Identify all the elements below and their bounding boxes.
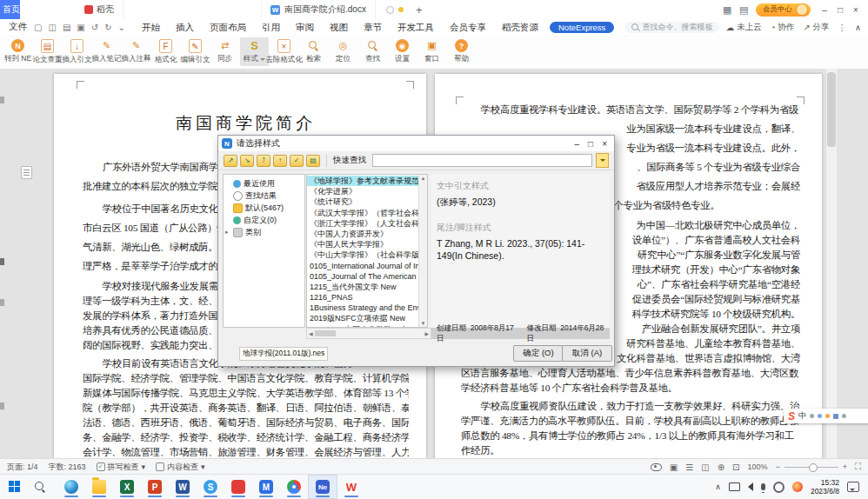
style-list-item[interactable]: 《浙江大学学报》（人文社会科学版）: [307, 218, 427, 229]
eye-protect-icon[interactable]: [651, 463, 662, 471]
zoom-in-button[interactable]: +: [843, 462, 847, 471]
paper-check[interactable]: ▤ 论文查重: [33, 37, 62, 67]
ime-mic-icon[interactable]: [825, 414, 830, 418]
clock[interactable]: 15:32 2023/6/8: [811, 478, 839, 496]
zoom-track[interactable]: [785, 467, 838, 468]
redo-icon[interactable]: ↻: [104, 23, 111, 32]
undo-icon[interactable]: ↺: [91, 23, 98, 32]
tree-item[interactable]: 默认(5467): [224, 202, 304, 214]
collapse-ribbon-icon[interactable]: ∧: [855, 23, 861, 32]
taskbar-search-icon[interactable]: [35, 482, 45, 492]
margin-comment-icon[interactable]: [21, 166, 32, 179]
print-icon[interactable]: ▤: [63, 23, 70, 32]
menu-review[interactable]: 审阅: [288, 19, 322, 35]
retrieve[interactable]: 检索: [299, 37, 328, 66]
menu-file[interactable]: 文件: [0, 21, 34, 33]
tree-item[interactable]: 自定义(0): [224, 214, 304, 226]
quick-find-input[interactable]: [372, 154, 592, 167]
workspace-icon[interactable]: ▤: [739, 5, 749, 15]
cancel-button[interactable]: 取消 (A): [562, 345, 612, 362]
minimize-button[interactable]: –: [818, 5, 831, 15]
taskbar-red-app[interactable]: [224, 476, 252, 498]
new-tab-button[interactable]: +: [416, 3, 423, 17]
browser-tray-icon[interactable]: [792, 482, 803, 492]
taskbar-excel[interactable]: X: [113, 476, 141, 498]
taskbar-powerpoint[interactable]: P: [141, 476, 169, 498]
style[interactable]: S 样式: [240, 37, 269, 66]
taskbar-edge[interactable]: [57, 476, 85, 498]
style-list-scrollbar[interactable]: ▲▼: [418, 175, 427, 327]
style-list-hscrollbar[interactable]: ◀▶: [306, 328, 431, 339]
close-button[interactable]: ×: [849, 5, 863, 15]
page-indicator[interactable]: 页面: 1/4: [7, 462, 38, 473]
locate[interactable]: ◎ 定位: [329, 37, 357, 66]
view-page-icon[interactable]: ▣: [670, 462, 678, 472]
menu-start[interactable]: 开始: [134, 19, 168, 35]
save-icon[interactable]: ▢: [34, 23, 42, 32]
style-list-item[interactable]: 1Business Strategy and the Environr: [307, 303, 427, 313]
hscroll-thumb[interactable]: [315, 330, 336, 336]
menu-view[interactable]: 视图: [322, 19, 356, 35]
taskbar-noteexpress[interactable]: Ne: [308, 475, 337, 499]
document-scrollbar[interactable]: [825, 69, 837, 459]
format[interactable]: F 格式化: [151, 37, 180, 67]
export-icon[interactable]: ◫: [48, 23, 56, 32]
style-list-item[interactable]: 《中山大学学报》（社会科学版）: [307, 250, 427, 260]
cloud-status-button[interactable]: ☁ 未上云: [726, 22, 762, 33]
taskbar-explorer[interactable]: [85, 476, 113, 498]
microphone-icon[interactable]: [761, 483, 765, 490]
dialog-maximize-button[interactable]: □: [588, 139, 593, 149]
style-list-item[interactable]: 《地球学报》参考文献著录规范(2011.: [307, 176, 427, 186]
notification-center-icon[interactable]: [847, 482, 859, 492]
tray-expand-icon[interactable]: ∧: [715, 482, 721, 491]
taskbar-word[interactable]: W: [169, 476, 197, 498]
network-icon[interactable]: [729, 482, 740, 491]
view-book-icon[interactable]: ◫: [701, 462, 709, 472]
import-style-icon[interactable]: ↘: [240, 155, 254, 167]
style-list-item[interactable]: 0105_International Journal of Infect: [307, 261, 427, 271]
maximize-button[interactable]: □: [833, 5, 847, 15]
scrollbar-thumb[interactable]: [827, 72, 836, 147]
taskbar-blue-square-app[interactable]: M: [252, 476, 280, 498]
menu-docer-resources[interactable]: 稻壳资源: [494, 19, 546, 35]
layout-grid-icon[interactable]: ▦: [723, 5, 732, 15]
menu-developer[interactable]: 开发工具: [390, 19, 442, 35]
menu-section[interactable]: 章节: [356, 19, 390, 35]
ime-mode-toggle[interactable]: 中: [798, 410, 806, 422]
menu-page-layout[interactable]: 页面布局: [202, 19, 254, 35]
style-list-item[interactable]: 《化学进展》: [307, 186, 427, 196]
command-search-input[interactable]: 查找命令、搜索模板: [624, 22, 719, 33]
help[interactable]: ? 帮助: [447, 37, 476, 66]
style-list-item[interactable]: 《中国人民大学学报》: [307, 239, 427, 250]
share-button[interactable]: ↗ 分享: [804, 22, 830, 33]
tab-document[interactable]: W 南国商学院介绍.docx: [261, 0, 376, 19]
apply-style-icon[interactable]: ✓: [290, 155, 304, 167]
remove-format[interactable]: × 去除格式化: [270, 37, 298, 67]
taskbar-chrome[interactable]: [280, 476, 308, 498]
tree-item[interactable]: ▸ 类别: [224, 226, 304, 238]
goto-ne[interactable]: N 转到 NE: [3, 37, 32, 66]
settings[interactable]: ◉ 设置: [388, 37, 417, 66]
zoom-slider[interactable]: − +: [775, 462, 847, 471]
insert-annotation[interactable]: ✎ 插入注释: [122, 37, 150, 66]
window[interactable]: ▣ 窗口: [417, 37, 446, 66]
more-menu-icon[interactable]: ⋮: [838, 23, 847, 32]
style-list-item[interactable]: 《武汉大学学报》（哲学社会科学版）: [307, 208, 427, 218]
style-list-item[interactable]: 《中国人力资源开发》: [307, 229, 427, 239]
find[interactable]: 查找: [358, 37, 387, 66]
spell-check-toggle[interactable]: ✓拼写检查 ▾: [97, 462, 146, 473]
content-check-toggle[interactable]: 内容检查 ▾: [156, 462, 205, 473]
insert-note[interactable]: ✎ 插入笔记: [92, 37, 121, 66]
dialog-close-button[interactable]: ×: [602, 139, 607, 149]
tab-docer[interactable]: 稻壳: [76, 0, 124, 19]
dialog-title-bar[interactable]: N 请选择样式 – □ ×: [218, 136, 614, 151]
style-list-item[interactable]: 1216_PNAS: [307, 292, 427, 303]
word-count[interactable]: 字数: 2163: [49, 462, 86, 473]
menu-insert[interactable]: 插入: [168, 19, 202, 35]
menu-member[interactable]: 会员专享: [442, 19, 494, 35]
taskbar-blue-circle-app[interactable]: S: [197, 476, 224, 498]
edit-style-icon[interactable]: ▤: [306, 155, 320, 167]
style-list-item[interactable]: 2019版NSFC立项依据 New: [307, 313, 427, 323]
tree-item[interactable]: 最近使用: [224, 177, 304, 190]
ime-logo-icon[interactable]: S: [788, 410, 795, 422]
